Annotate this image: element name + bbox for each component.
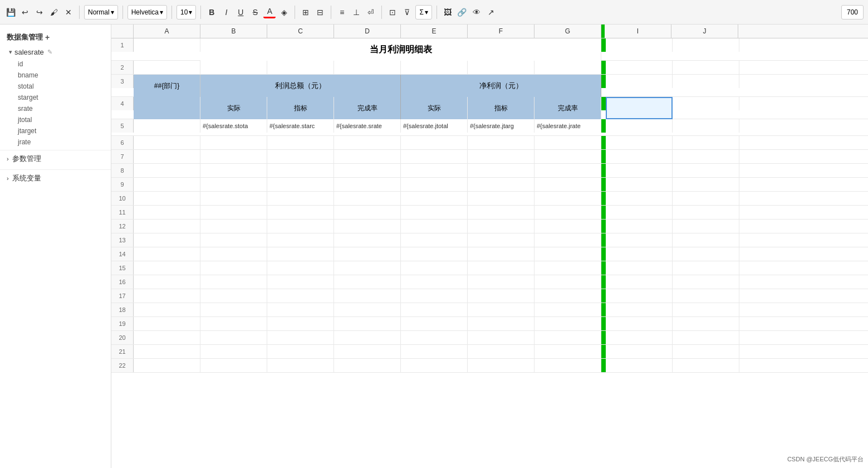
border2-button[interactable]: ⊟ [314,6,326,18]
share-button[interactable]: ↗ [485,6,497,18]
redo-icon[interactable]: ↪ [33,6,46,18]
clear-format-icon[interactable]: ✕ [62,6,75,18]
cell-d2[interactable] [334,61,401,74]
formula-dropdown[interactable]: Σ ▾ [415,5,431,20]
cell-a3[interactable]: ##{部门} [134,75,200,97]
formula-label: Σ [419,8,423,16]
col-header-a[interactable]: A [134,25,200,38]
cell-c2[interactable] [267,61,334,74]
image-button[interactable]: 🖼 [442,6,454,18]
save-icon[interactable]: 💾 [4,6,17,18]
link-button[interactable]: 🔗 [456,6,468,18]
cell-j4[interactable] [673,97,739,110]
zoom-input[interactable] [841,5,864,20]
spreadsheet[interactable]: A B C D E F G I J 1 当月利润明细表 [111,25,868,468]
col-header-i[interactable]: I [605,25,671,38]
cell-a2[interactable] [134,61,200,74]
row-18: 18 [111,303,868,317]
cell-g4[interactable]: 完成率 [534,97,601,119]
col-header-b[interactable]: B [200,25,267,38]
cell-net-group[interactable]: 净利润（元） [401,75,601,97]
field-srate[interactable]: srate [0,103,111,114]
col-header-d[interactable]: D [334,25,401,38]
cell-i3[interactable] [606,75,673,88]
col-header-c[interactable]: C [267,25,334,38]
cell-c5[interactable]: #{salesrate.starc [267,119,334,133]
row-12: 12 [111,220,868,233]
cell-b5[interactable]: #{salesrate.stota [200,119,267,133]
font-dropdown[interactable]: Helvetica ▾ [127,5,167,20]
cell-f2[interactable] [468,61,534,74]
cell-title-merged[interactable]: 当月利润明细表 [200,38,601,61]
cell-i2[interactable] [606,61,673,74]
style-dropdown[interactable]: Normal ▾ [84,5,118,20]
row-6: 6 [111,136,868,150]
undo-icon[interactable]: ↩ [19,6,31,18]
cell-g5[interactable]: #{salesrate.jrate [534,119,601,133]
field-stotal[interactable]: stotal [0,81,111,92]
underline-button[interactable]: U [234,6,247,18]
field-starget[interactable]: starget [0,92,111,103]
filter-button[interactable]: ⊽ [401,6,413,18]
add-dataset-icon[interactable]: + [45,33,50,42]
cell-d4[interactable]: 完成率 [334,97,401,119]
strikethrough-button[interactable]: S [249,6,261,18]
row-7: 7 [111,150,868,164]
font-label: Helvetica [131,8,159,16]
cell-j1[interactable] [673,38,739,52]
cell-d5[interactable]: #{salesrate.srate [334,119,401,133]
eye-button[interactable]: 👁 [470,6,483,18]
sysvar-section[interactable]: › 系统变量 [0,169,111,187]
cell-a1[interactable] [134,38,200,52]
salesrate-dataset-item[interactable]: ▾ salesrate ✎ [0,46,111,58]
col-header-e[interactable]: E [401,25,468,38]
field-jtarget[interactable]: jtarget [0,125,111,136]
dataset-management-header[interactable]: 数据集管理 + [0,29,111,46]
cell-b4[interactable]: 实际 [200,97,267,119]
corner-header [111,25,134,38]
size-dropdown[interactable]: 10 ▾ [176,5,196,20]
rownum-3: 3 [111,75,134,88]
cell-h1 [601,38,606,52]
cell-i4[interactable] [606,97,673,119]
field-id[interactable]: id [0,58,111,70]
cell-e2[interactable] [401,61,468,74]
cell-i5[interactable] [606,119,673,133]
col-header-f[interactable]: F [468,25,534,38]
cell-j2[interactable] [673,61,739,74]
field-bname[interactable]: bname [0,70,111,81]
field-jtotal[interactable]: jtotal [0,114,111,125]
row-5: 5 #{salesrate.stota #{salesrate.starc #{… [111,119,868,136]
cell-j3[interactable] [673,75,739,88]
cell-g2[interactable] [534,61,601,74]
dataset-edit-icon[interactable]: ✎ [47,48,52,56]
italic-button[interactable]: I [220,6,232,18]
format-painter-icon[interactable]: 🖌 [48,6,60,18]
cell-a4[interactable] [134,97,200,119]
wrap-button[interactable]: ⏎ [365,6,377,18]
merge-button[interactable]: ⊡ [386,6,399,18]
bold-button[interactable]: B [205,6,218,18]
cell-b2[interactable] [200,61,267,74]
cell-f5[interactable]: #{salesrate.jtarg [468,119,534,133]
valign-button[interactable]: ⊥ [350,6,362,18]
cell-c4[interactable]: 指标 [267,97,334,119]
cell-e5[interactable]: #{salesrate.jtotal [401,119,468,133]
size-arrow: ▾ [189,8,192,16]
formula-arrow: ▾ [425,8,428,16]
param-section[interactable]: › 参数管理 [0,150,111,167]
fill-color-button[interactable]: ◈ [278,6,290,18]
col-header-j[interactable]: J [671,25,738,38]
font-color-button[interactable]: A [263,6,276,18]
cell-j5[interactable] [673,119,739,133]
cell-h2 [601,61,606,74]
cell-profit-group[interactable]: 利润总额（元） [200,75,401,97]
cell-f4[interactable]: 指标 [468,97,534,119]
field-jrate[interactable]: jrate [0,136,111,148]
align-button[interactable]: ≡ [336,6,348,18]
cell-a5[interactable] [134,119,200,133]
cell-e4[interactable]: 实际 [401,97,468,119]
col-header-g[interactable]: G [534,25,601,38]
cell-i1[interactable] [606,38,673,52]
border-button[interactable]: ⊞ [300,6,312,18]
